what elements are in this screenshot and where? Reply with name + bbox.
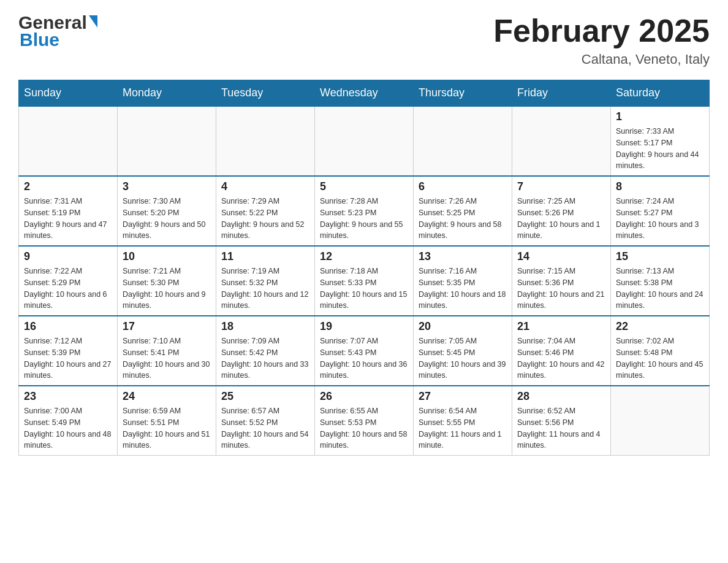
calendar-cell: 14Sunrise: 7:15 AMSunset: 5:36 PMDayligh… — [512, 246, 611, 316]
calendar-cell: 21Sunrise: 7:04 AMSunset: 5:46 PMDayligh… — [512, 316, 611, 386]
day-info: Sunrise: 7:29 AMSunset: 5:22 PMDaylight:… — [221, 196, 309, 242]
day-number: 9 — [24, 250, 112, 263]
day-number: 26 — [320, 390, 408, 403]
calendar-cell: 12Sunrise: 7:18 AMSunset: 5:33 PMDayligh… — [315, 246, 414, 316]
day-info: Sunrise: 7:18 AMSunset: 5:33 PMDaylight:… — [320, 266, 408, 312]
day-number: 17 — [123, 320, 211, 333]
week-row-4: 23Sunrise: 7:00 AMSunset: 5:49 PMDayligh… — [19, 386, 710, 456]
calendar-cell: 26Sunrise: 6:55 AMSunset: 5:53 PMDayligh… — [315, 386, 414, 456]
calendar-cell: 10Sunrise: 7:21 AMSunset: 5:30 PMDayligh… — [118, 246, 216, 316]
calendar-cell: 3Sunrise: 7:30 AMSunset: 5:20 PMDaylight… — [118, 176, 216, 246]
day-number: 16 — [24, 320, 112, 333]
calendar-cell — [19, 106, 118, 176]
day-number: 6 — [419, 180, 507, 193]
calendar-cell: 23Sunrise: 7:00 AMSunset: 5:49 PMDayligh… — [19, 386, 118, 456]
day-info: Sunrise: 6:52 AMSunset: 5:56 PMDaylight:… — [517, 405, 605, 451]
calendar-cell — [118, 106, 216, 176]
calendar-cell: 11Sunrise: 7:19 AMSunset: 5:32 PMDayligh… — [216, 246, 315, 316]
month-title: February 2025 — [493, 12, 710, 49]
page-header: General Blue February 2025 Caltana, Vene… — [18, 12, 710, 67]
day-number: 12 — [320, 250, 408, 263]
logo: General Blue — [18, 12, 97, 50]
day-number: 28 — [517, 390, 605, 403]
calendar-cell — [414, 106, 512, 176]
day-info: Sunrise: 7:33 AMSunset: 5:17 PMDaylight:… — [616, 126, 704, 172]
day-info: Sunrise: 7:13 AMSunset: 5:38 PMDaylight:… — [616, 266, 704, 312]
calendar-table: Sunday Monday Tuesday Wednesday Thursday… — [18, 80, 710, 456]
header-wednesday: Wednesday — [315, 80, 414, 107]
day-number: 4 — [221, 180, 309, 193]
calendar-cell: 25Sunrise: 6:57 AMSunset: 5:52 PMDayligh… — [216, 386, 315, 456]
day-info: Sunrise: 7:07 AMSunset: 5:43 PMDaylight:… — [320, 335, 408, 381]
logo-blue-text: Blue — [20, 29, 59, 50]
day-info: Sunrise: 7:31 AMSunset: 5:19 PMDaylight:… — [24, 196, 112, 242]
day-number: 22 — [616, 320, 704, 333]
day-info: Sunrise: 7:21 AMSunset: 5:30 PMDaylight:… — [123, 266, 211, 312]
days-header-row: Sunday Monday Tuesday Wednesday Thursday… — [19, 80, 710, 107]
day-info: Sunrise: 7:26 AMSunset: 5:25 PMDaylight:… — [419, 196, 507, 242]
calendar-cell: 2Sunrise: 7:31 AMSunset: 5:19 PMDaylight… — [19, 176, 118, 246]
calendar-cell — [315, 106, 414, 176]
header-friday: Friday — [512, 80, 611, 107]
calendar-cell — [611, 386, 710, 456]
header-tuesday: Tuesday — [216, 80, 315, 107]
location: Caltana, Veneto, Italy — [493, 52, 710, 67]
day-info: Sunrise: 7:04 AMSunset: 5:46 PMDaylight:… — [517, 335, 605, 381]
calendar-cell: 9Sunrise: 7:22 AMSunset: 5:29 PMDaylight… — [19, 246, 118, 316]
day-number: 27 — [419, 390, 507, 403]
day-info: Sunrise: 7:25 AMSunset: 5:26 PMDaylight:… — [517, 196, 605, 242]
calendar-cell: 28Sunrise: 6:52 AMSunset: 5:56 PMDayligh… — [512, 386, 611, 456]
calendar-cell: 27Sunrise: 6:54 AMSunset: 5:55 PMDayligh… — [414, 386, 512, 456]
day-info: Sunrise: 6:57 AMSunset: 5:52 PMDaylight:… — [221, 405, 309, 451]
day-info: Sunrise: 7:16 AMSunset: 5:35 PMDaylight:… — [419, 266, 507, 312]
header-saturday: Saturday — [611, 80, 710, 107]
day-number: 8 — [616, 180, 704, 193]
day-info: Sunrise: 7:22 AMSunset: 5:29 PMDaylight:… — [24, 266, 112, 312]
day-info: Sunrise: 7:00 AMSunset: 5:49 PMDaylight:… — [24, 405, 112, 451]
day-number: 23 — [24, 390, 112, 403]
calendar-cell: 18Sunrise: 7:09 AMSunset: 5:42 PMDayligh… — [216, 316, 315, 386]
calendar-cell: 24Sunrise: 6:59 AMSunset: 5:51 PMDayligh… — [118, 386, 216, 456]
day-number: 21 — [517, 320, 605, 333]
calendar-cell: 19Sunrise: 7:07 AMSunset: 5:43 PMDayligh… — [315, 316, 414, 386]
header-thursday: Thursday — [414, 80, 512, 107]
day-info: Sunrise: 7:30 AMSunset: 5:20 PMDaylight:… — [123, 196, 211, 242]
calendar-cell: 15Sunrise: 7:13 AMSunset: 5:38 PMDayligh… — [611, 246, 710, 316]
day-info: Sunrise: 7:10 AMSunset: 5:41 PMDaylight:… — [123, 335, 211, 381]
day-number: 24 — [123, 390, 211, 403]
day-info: Sunrise: 6:54 AMSunset: 5:55 PMDaylight:… — [419, 405, 507, 451]
day-number: 10 — [123, 250, 211, 263]
calendar-cell — [216, 106, 315, 176]
day-number: 2 — [24, 180, 112, 193]
day-info: Sunrise: 7:28 AMSunset: 5:23 PMDaylight:… — [320, 196, 408, 242]
calendar-cell: 22Sunrise: 7:02 AMSunset: 5:48 PMDayligh… — [611, 316, 710, 386]
week-row-2: 9Sunrise: 7:22 AMSunset: 5:29 PMDaylight… — [19, 246, 710, 316]
calendar-cell: 13Sunrise: 7:16 AMSunset: 5:35 PMDayligh… — [414, 246, 512, 316]
day-info: Sunrise: 7:02 AMSunset: 5:48 PMDaylight:… — [616, 335, 704, 381]
day-info: Sunrise: 7:24 AMSunset: 5:27 PMDaylight:… — [616, 196, 704, 242]
day-info: Sunrise: 7:12 AMSunset: 5:39 PMDaylight:… — [24, 335, 112, 381]
week-row-0: 1Sunrise: 7:33 AMSunset: 5:17 PMDaylight… — [19, 106, 710, 176]
day-number: 25 — [221, 390, 309, 403]
calendar-cell: 6Sunrise: 7:26 AMSunset: 5:25 PMDaylight… — [414, 176, 512, 246]
day-number: 20 — [419, 320, 507, 333]
calendar-cell: 17Sunrise: 7:10 AMSunset: 5:41 PMDayligh… — [118, 316, 216, 386]
day-number: 1 — [616, 110, 704, 123]
calendar-cell: 4Sunrise: 7:29 AMSunset: 5:22 PMDaylight… — [216, 176, 315, 246]
calendar-cell: 1Sunrise: 7:33 AMSunset: 5:17 PMDaylight… — [611, 106, 710, 176]
header-sunday: Sunday — [19, 80, 118, 107]
day-number: 18 — [221, 320, 309, 333]
day-number: 19 — [320, 320, 408, 333]
logo-triangle-icon — [89, 15, 97, 28]
week-row-3: 16Sunrise: 7:12 AMSunset: 5:39 PMDayligh… — [19, 316, 710, 386]
calendar-cell: 20Sunrise: 7:05 AMSunset: 5:45 PMDayligh… — [414, 316, 512, 386]
calendar-cell: 5Sunrise: 7:28 AMSunset: 5:23 PMDaylight… — [315, 176, 414, 246]
calendar-cell: 16Sunrise: 7:12 AMSunset: 5:39 PMDayligh… — [19, 316, 118, 386]
week-row-1: 2Sunrise: 7:31 AMSunset: 5:19 PMDaylight… — [19, 176, 710, 246]
day-number: 7 — [517, 180, 605, 193]
day-info: Sunrise: 7:05 AMSunset: 5:45 PMDaylight:… — [419, 335, 507, 381]
day-number: 15 — [616, 250, 704, 263]
day-number: 11 — [221, 250, 309, 263]
calendar-cell: 7Sunrise: 7:25 AMSunset: 5:26 PMDaylight… — [512, 176, 611, 246]
title-section: February 2025 Caltana, Veneto, Italy — [493, 12, 710, 67]
